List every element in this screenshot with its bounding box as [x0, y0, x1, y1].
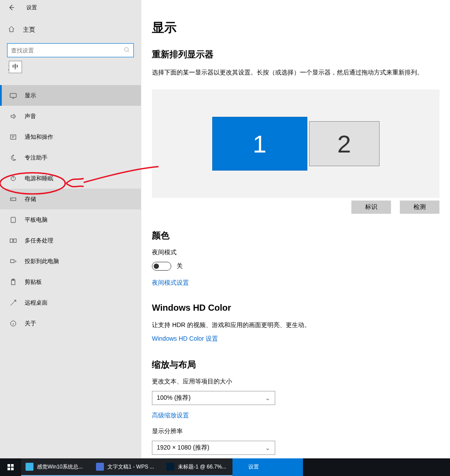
taskbar-label: 未标题-1 @ 66.7%... — [178, 463, 226, 471]
resolution-value: 1920 × 1080 (推荐) — [157, 444, 209, 452]
nav-label: 远程桌面 — [25, 299, 48, 307]
nav-item-5[interactable]: 存储 — [0, 189, 141, 209]
page-title: 显示 — [152, 19, 439, 36]
text-size-dropdown[interactable]: 100% (推荐) ⌄ — [152, 391, 275, 405]
nav-item-3[interactable]: 专注助手 — [0, 147, 141, 168]
sound-icon — [10, 113, 17, 120]
nav-item-8[interactable]: 投影到此电脑 — [0, 251, 141, 271]
sidebar: 设置 主页 中 系统 显示声音通知和操作专注助手电源和睡眠存储平板电脑多任务处理… — [0, 0, 141, 458]
svg-point-5 — [11, 199, 12, 199]
start-button[interactable] — [0, 458, 21, 476]
svg-rect-1 — [10, 93, 16, 97]
svg-rect-16 — [11, 464, 14, 467]
svg-point-0 — [125, 47, 129, 51]
search-box[interactable] — [7, 43, 134, 57]
svg-rect-4 — [11, 198, 16, 201]
svg-rect-18 — [11, 468, 14, 470]
taskbar-label: 感觉Win10系统总... — [37, 463, 83, 471]
home-icon — [8, 26, 15, 34]
taskbar: 感觉Win10系统总...文字文稿1 - WPS ...未标题-1 @ 66.7… — [0, 458, 450, 476]
taskbar-label: 文字文稿1 - WPS ... — [107, 463, 154, 471]
multitask-icon — [10, 237, 17, 244]
nav-label: 存储 — [25, 195, 36, 203]
detect-button[interactable]: 检测 — [400, 201, 439, 214]
power-icon — [10, 175, 17, 182]
nav-label: 声音 — [25, 112, 36, 120]
text-size-label: 更改文本、应用等项目的大小 — [152, 378, 439, 386]
main-content: 显示 重新排列显示器 选择下面的某一显示器以更改其设置。长按（或选择）一个显示器… — [141, 0, 450, 458]
ps-icon — [166, 463, 174, 471]
browser-icon — [26, 463, 33, 471]
nav-item-1[interactable]: 声音 — [0, 106, 141, 126]
identify-button[interactable]: 标识 — [351, 201, 391, 214]
rearrange-heading: 重新排列显示器 — [152, 48, 439, 60]
taskbar-app-1[interactable]: 文字文稿1 - WPS ... — [92, 458, 162, 476]
gear-icon — [237, 463, 245, 471]
nav-label: 通知和操作 — [25, 133, 53, 141]
clipboard-icon — [10, 279, 17, 286]
scale-heading: 缩放与布局 — [152, 359, 439, 371]
nav-label: 剪贴板 — [25, 278, 42, 286]
storage-icon — [10, 196, 17, 203]
nav-item-10[interactable]: 远程桌面 — [0, 292, 141, 313]
ime-badge[interactable]: 中 — [9, 61, 22, 73]
rearrange-desc: 选择下面的某一显示器以更改其设置。长按（或选择）一个显示器，然后通过拖动方式来重… — [152, 67, 439, 77]
taskbar-app-2[interactable]: 未标题-1 @ 66.7%... — [162, 458, 232, 476]
svg-point-7 — [13, 221, 13, 222]
nav-label: 关于 — [25, 320, 36, 327]
resolution-label: 显示分辨率 — [152, 428, 439, 435]
svg-rect-17 — [7, 468, 10, 470]
monitor-1[interactable]: 1 — [212, 117, 307, 171]
svg-rect-2 — [11, 135, 16, 139]
svg-rect-8 — [10, 239, 13, 242]
nav-item-11[interactable]: 关于 — [0, 313, 141, 334]
hdr-heading: Windows HD Color — [152, 303, 439, 313]
night-mode-toggle[interactable] — [152, 262, 171, 271]
home-nav[interactable]: 主页 — [0, 21, 141, 39]
night-mode-label: 夜间模式 — [152, 249, 439, 257]
project-icon — [10, 258, 17, 265]
remote-icon — [10, 299, 17, 306]
window-title: 设置 — [26, 4, 37, 11]
nav-item-2[interactable]: 通知和操作 — [0, 126, 141, 147]
monitor-2[interactable]: 2 — [309, 121, 380, 166]
nav-label: 显示 — [25, 92, 36, 100]
monitor-icon — [10, 92, 17, 99]
hdr-settings-link[interactable]: Windows HD Color 设置 — [152, 335, 218, 342]
search-icon — [124, 47, 130, 54]
taskbar-label: 设置 — [248, 463, 259, 471]
svg-rect-15 — [7, 464, 10, 467]
info-icon — [10, 320, 17, 327]
chevron-down-icon: ⌄ — [265, 394, 270, 402]
taskbar-app-0[interactable]: 感觉Win10系统总... — [21, 458, 92, 476]
nav-item-6[interactable]: 平板电脑 — [0, 209, 141, 230]
chevron-down-icon: ⌄ — [265, 444, 270, 451]
moon-icon — [10, 154, 17, 161]
nav-item-4[interactable]: 电源和睡眠 — [0, 168, 141, 189]
svg-rect-10 — [11, 260, 14, 263]
nav-item-7[interactable]: 多任务处理 — [0, 230, 141, 251]
search-input[interactable] — [11, 47, 124, 54]
nav-label: 电源和睡眠 — [25, 175, 53, 182]
svg-rect-11 — [11, 280, 15, 285]
notification-icon — [10, 134, 17, 141]
wps-icon — [96, 463, 104, 471]
nav-label: 平板电脑 — [25, 216, 48, 224]
nav-list: 显示声音通知和操作专注助手电源和睡眠存储平板电脑多任务处理投影到此电脑剪贴板远程… — [0, 85, 141, 334]
resolution-dropdown[interactable]: 1920 × 1080 (推荐) ⌄ — [152, 441, 275, 455]
svg-rect-9 — [14, 239, 16, 242]
nav-item-0[interactable]: 显示 — [0, 85, 141, 106]
nav-item-9[interactable]: 剪贴板 — [0, 271, 141, 292]
taskbar-app-3[interactable]: 设置 — [232, 458, 303, 476]
nav-label: 投影到此电脑 — [25, 257, 59, 265]
night-mode-settings-link[interactable]: 夜间模式设置 — [152, 279, 189, 286]
advanced-scale-link[interactable]: 高级缩放设置 — [152, 412, 189, 419]
color-heading: 颜色 — [152, 230, 439, 242]
titlebar: 设置 — [0, 0, 141, 15]
nav-label: 专注助手 — [25, 154, 48, 162]
hdr-desc: 让支持 HDR 的视频、游戏和应用的画面更明亮、更生动。 — [152, 320, 439, 330]
back-button[interactable] — [7, 3, 16, 12]
home-label: 主页 — [23, 26, 35, 34]
tablet-icon — [10, 216, 17, 223]
monitor-arrangement[interactable]: 1 2 — [152, 89, 439, 198]
